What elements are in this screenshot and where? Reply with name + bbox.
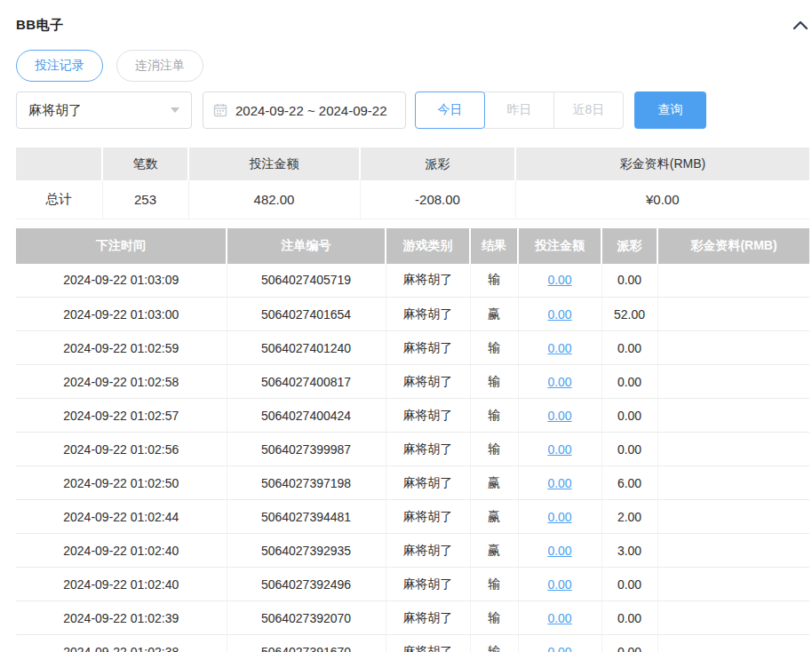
- panel-header: BB电子: [16, 0, 809, 34]
- bet-amount-link[interactable]: 0.00: [547, 544, 571, 558]
- game-type-cell: 麻将胡了: [386, 264, 470, 298]
- bet-amount-link[interactable]: 0.00: [547, 577, 571, 592]
- bet-amount-link[interactable]: 0.00: [547, 442, 571, 457]
- bet-time-cell: 2024-09-22 01:03:00: [16, 298, 227, 331]
- summary-header-blank: [16, 147, 102, 180]
- bet-time-cell: 2024-09-22 01:02:50: [16, 466, 227, 500]
- bet-amount-cell: 0.00: [518, 331, 601, 365]
- summary-total-label: 总计: [16, 180, 102, 219]
- calendar-icon: [213, 103, 227, 117]
- bet-id-cell: 5064027399987: [227, 433, 386, 466]
- last-8-days-button[interactable]: 近8日: [553, 91, 624, 129]
- game-type-cell: 麻将胡了: [386, 568, 470, 601]
- bet-id-cell: 5064027401240: [227, 331, 386, 365]
- bet-amount-link[interactable]: 0.00: [547, 409, 571, 423]
- payout-cell: 0.00: [601, 365, 657, 399]
- bet-amount-cell: 0.00: [518, 365, 601, 399]
- bonus-cell: [657, 264, 809, 298]
- table-row: 2024-09-22 01:02:40 5064027392496 麻将胡了 输…: [16, 568, 809, 601]
- records-header-bet-id: 注单编号: [227, 228, 386, 264]
- bet-time-cell: 2024-09-22 01:02:40: [16, 568, 227, 601]
- bet-amount-cell: 0.00: [518, 534, 601, 568]
- payout-cell: 6.00: [601, 466, 657, 500]
- today-button[interactable]: 今日: [415, 91, 485, 129]
- result-cell: 输: [470, 568, 518, 601]
- records-header-result: 结果: [470, 228, 518, 264]
- bet-amount-link[interactable]: 0.00: [547, 510, 571, 524]
- bet-time-cell: 2024-09-22 01:03:09: [16, 264, 227, 298]
- result-cell: 赢: [470, 298, 518, 331]
- summary-header-bonus: 彩金资料(RMB): [515, 147, 809, 180]
- bonus-cell: [657, 433, 809, 466]
- result-cell: 输: [470, 635, 518, 652]
- result-cell: 赢: [470, 500, 518, 534]
- bet-amount-cell: 0.00: [518, 635, 601, 652]
- table-row: 2024-09-22 01:02:58 5064027400817 麻将胡了 输…: [16, 365, 809, 399]
- payout-cell: 0.00: [601, 601, 657, 635]
- records-table: 下注时间 注单编号 游戏类别 结果 投注金额 派彩 彩金资料(RMB) 2024…: [16, 228, 809, 652]
- summary-header-row: 笔数 投注金额 派彩 彩金资料(RMB): [16, 147, 809, 180]
- bet-time-cell: 2024-09-22 01:02:38: [16, 635, 227, 652]
- table-row: 2024-09-22 01:02:56 5064027399987 麻将胡了 输…: [16, 433, 809, 466]
- date-range-picker[interactable]: 2024-09-22 ~ 2024-09-22: [203, 91, 406, 129]
- tab-bet-records[interactable]: 投注记录: [16, 50, 103, 82]
- result-cell: 输: [470, 433, 518, 466]
- bet-amount-link[interactable]: 0.00: [547, 645, 571, 652]
- summary-header-count: 笔数: [102, 147, 188, 180]
- chevron-down-icon: [171, 107, 179, 113]
- bet-id-cell: 5064027405719: [227, 264, 386, 298]
- table-row: 2024-09-22 01:02:39 5064027392070 麻将胡了 输…: [16, 601, 809, 635]
- payout-cell: 2.00: [601, 500, 657, 534]
- bet-amount-link[interactable]: 0.00: [547, 611, 571, 625]
- tab-cancelled-orders[interactable]: 连消注单: [116, 50, 203, 82]
- page-title: BB电子: [16, 17, 64, 34]
- yesterday-button[interactable]: 昨日: [484, 91, 554, 129]
- result-cell: 输: [470, 331, 518, 365]
- game-type-cell: 麻将胡了: [386, 601, 470, 635]
- bet-amount-cell: 0.00: [518, 568, 601, 601]
- bet-amount-link[interactable]: 0.00: [547, 273, 571, 287]
- payout-cell: 52.00: [601, 298, 657, 331]
- payout-cell: 0.00: [601, 635, 657, 652]
- bet-time-cell: 2024-09-22 01:02:56: [16, 433, 227, 466]
- bet-time-cell: 2024-09-22 01:02:44: [16, 500, 227, 534]
- game-type-cell: 麻将胡了: [386, 433, 470, 466]
- result-cell: 输: [470, 601, 518, 635]
- bet-amount-link[interactable]: 0.00: [547, 341, 571, 355]
- bet-amount-link[interactable]: 0.00: [547, 307, 571, 322]
- bet-amount-cell: 0.00: [518, 399, 601, 433]
- game-type-cell: 麻将胡了: [386, 534, 470, 568]
- collapse-panel-button[interactable]: [792, 16, 809, 34]
- bonus-cell: [657, 331, 809, 365]
- records-header-payout: 派彩: [601, 228, 657, 264]
- bet-time-cell: 2024-09-22 01:02:39: [16, 601, 227, 635]
- bet-amount-link[interactable]: 0.00: [547, 375, 571, 389]
- summary-table: 笔数 投注金额 派彩 彩金资料(RMB) 总计 253 482.00 -208.…: [16, 147, 809, 219]
- summary-total-count: 253: [102, 180, 188, 219]
- records-header-bonus: 彩金资料(RMB): [657, 228, 809, 264]
- date-quick-buttons: 今日 昨日 近8日: [415, 91, 624, 129]
- summary-total-payout: -208.00: [360, 180, 515, 219]
- bet-id-cell: 5064027392496: [227, 568, 386, 601]
- bonus-cell: [657, 298, 809, 331]
- bet-id-cell: 5064027392070: [227, 601, 386, 635]
- records-header-bet-amount: 投注金额: [518, 228, 601, 264]
- table-row: 2024-09-22 01:02:57 5064027400424 麻将胡了 输…: [16, 399, 809, 433]
- bet-records-panel: BB电子 投注记录 连消注单 麻将胡了 2024-09-22 ~ 2024-09…: [0, 0, 812, 652]
- bet-id-cell: 5064027391670: [227, 635, 386, 652]
- records-tbody: 2024-09-22 01:03:09 5064027405719 麻将胡了 输…: [16, 264, 809, 652]
- bet-amount-cell: 0.00: [518, 298, 601, 331]
- game-type-cell: 麻将胡了: [386, 399, 470, 433]
- game-type-select[interactable]: 麻将胡了: [16, 91, 192, 129]
- result-cell: 赢: [470, 534, 518, 568]
- table-row: 2024-09-22 01:02:40 5064027392935 麻将胡了 赢…: [16, 534, 809, 568]
- bet-amount-cell: 0.00: [518, 500, 601, 534]
- query-button[interactable]: 查询: [634, 91, 706, 129]
- summary-total-row: 总计 253 482.00 -208.00 ¥0.00: [16, 180, 809, 219]
- bet-amount-cell: 0.00: [518, 601, 601, 635]
- bet-time-cell: 2024-09-22 01:02:40: [16, 534, 227, 568]
- bet-amount-link[interactable]: 0.00: [547, 476, 571, 490]
- record-type-tabs: 投注记录 连消注单: [16, 50, 809, 82]
- payout-cell: 3.00: [601, 534, 657, 568]
- payout-cell: 0.00: [601, 399, 657, 433]
